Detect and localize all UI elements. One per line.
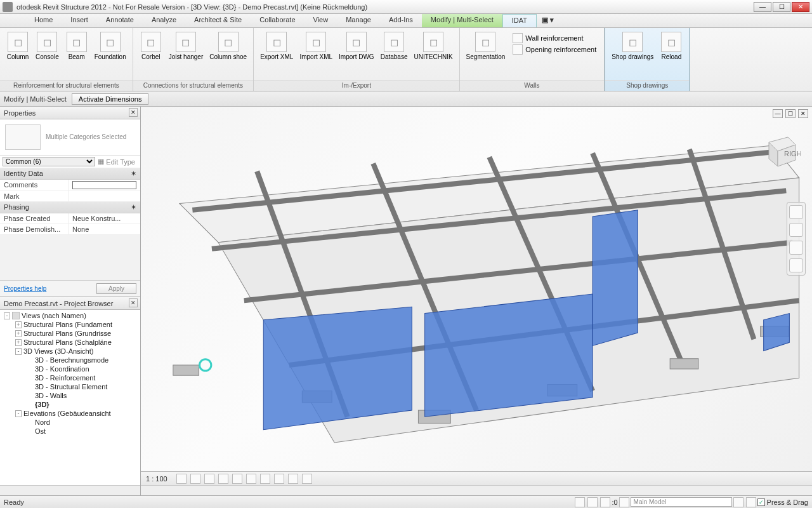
tree-twisty-icon[interactable]: + bbox=[15, 321, 22, 328]
project-browser-close-icon[interactable]: ✕ bbox=[129, 298, 138, 307]
tree-twisty-icon[interactable]: + bbox=[15, 339, 22, 346]
ribbon-column-button[interactable]: ◻Column bbox=[4, 30, 32, 62]
tree-node[interactable]: +Structural Plans (Fundament bbox=[0, 320, 140, 329]
tree-node[interactable]: 3D - Berechnungsmode bbox=[0, 356, 140, 364]
workset-combo[interactable] bbox=[631, 497, 732, 507]
nav-pan-icon[interactable] bbox=[789, 223, 803, 237]
tree-node[interactable]: +Structural Plans (Schalpläne bbox=[0, 338, 140, 347]
crop-view-icon[interactable] bbox=[246, 474, 256, 484]
nav-zoom-icon[interactable] bbox=[789, 241, 803, 255]
reveal-hidden-icon[interactable] bbox=[302, 474, 312, 484]
properties-header[interactable]: Properties ✕ bbox=[0, 107, 140, 119]
editable-only-icon[interactable] bbox=[587, 497, 598, 507]
tree-node[interactable]: -Views (nach Namen) bbox=[0, 311, 140, 320]
ribbon-database-button[interactable]: ◻Database bbox=[378, 30, 410, 62]
view-cube[interactable]: RIGHT bbox=[756, 130, 801, 174]
nav-wheel-icon[interactable] bbox=[789, 205, 803, 219]
view-close-icon[interactable]: ✕ bbox=[798, 109, 808, 118]
ribbon-beam-button[interactable]: ◻Beam bbox=[63, 30, 91, 62]
ribbon-shop-drawings-button[interactable]: ◻Shop drawings bbox=[609, 30, 656, 62]
filter-icon[interactable] bbox=[619, 497, 629, 507]
sun-path-icon[interactable] bbox=[204, 474, 214, 484]
tree-node[interactable]: Nord bbox=[0, 418, 140, 427]
ribbon-console-button[interactable]: ◻Console bbox=[33, 30, 62, 62]
tree-twisty-icon[interactable]: - bbox=[4, 312, 10, 319]
tab-annotate[interactable]: Annotate bbox=[97, 14, 143, 27]
instance-selector[interactable]: Common (6) bbox=[3, 157, 95, 166]
minimize-button[interactable]: — bbox=[754, 2, 771, 12]
view-scale[interactable]: 1 : 100 bbox=[146, 475, 167, 483]
ribbon-joist-hanger-button[interactable]: ◻Joist hanger bbox=[166, 30, 206, 62]
press-drag-toggle[interactable]: ✓ Press & Drag bbox=[757, 498, 808, 506]
prop-input[interactable] bbox=[72, 181, 136, 189]
visual-style-icon[interactable] bbox=[190, 474, 200, 484]
prop-value[interactable]: None bbox=[69, 224, 140, 234]
tab-collaborate[interactable]: Collaborate bbox=[251, 14, 304, 27]
tab-idat[interactable]: IDAT bbox=[502, 14, 537, 27]
ribbon-corbel-button[interactable]: ◻Corbel bbox=[137, 30, 165, 62]
shadows-icon[interactable] bbox=[218, 474, 228, 484]
project-browser-tree[interactable]: -Views (nach Namen)+Structural Plans (Fu… bbox=[0, 310, 140, 485]
prop-value[interactable] bbox=[69, 191, 140, 201]
tree-node[interactable]: 3D - Koordination bbox=[0, 364, 140, 373]
tree-node[interactable]: -3D Views (3D-Ansicht) bbox=[0, 347, 140, 356]
prop-group-phasing[interactable]: Phasing✶ bbox=[0, 202, 140, 213]
worksharing-icon[interactable] bbox=[575, 497, 585, 507]
crop-region-icon[interactable] bbox=[260, 474, 270, 484]
tree-node[interactable]: 3D - Structural Element bbox=[0, 382, 140, 391]
ribbon-import-xml-button[interactable]: ◻Import XML bbox=[297, 30, 335, 62]
prop-value[interactable]: Neue Konstru... bbox=[69, 213, 140, 224]
3d-viewport[interactable] bbox=[141, 107, 812, 495]
tab-home[interactable]: Home bbox=[25, 14, 62, 27]
tree-node[interactable]: 3D - Reinforcement bbox=[0, 373, 140, 382]
apply-button[interactable]: Apply bbox=[96, 283, 136, 294]
type-selector[interactable]: Multiple Categories Selected bbox=[0, 119, 140, 156]
tab-view[interactable]: View bbox=[304, 14, 337, 27]
edit-type-button[interactable]: ▦ Edit Type bbox=[95, 157, 138, 166]
lock-view-icon[interactable] bbox=[274, 474, 284, 484]
tree-twisty-icon[interactable]: + bbox=[15, 330, 22, 337]
design-options-icon[interactable] bbox=[600, 497, 610, 507]
prop-value[interactable] bbox=[69, 180, 140, 190]
tree-node[interactable]: 3D - Walls bbox=[0, 391, 140, 400]
tree-node[interactable]: Ost bbox=[0, 427, 140, 436]
active-only-icon[interactable] bbox=[733, 497, 743, 507]
properties-close-icon[interactable]: ✕ bbox=[129, 108, 138, 117]
project-browser-header[interactable]: Demo Precast.rvt - Project Browser ✕ bbox=[0, 297, 140, 310]
tree-node[interactable]: -Elevations (Gebäudeansicht bbox=[0, 409, 140, 418]
tab-add-ins[interactable]: Add-Ins bbox=[380, 14, 422, 27]
tab-architect-site[interactable]: Architect & Site bbox=[185, 14, 251, 27]
ribbon-column-shoe-button[interactable]: ◻Column shoe bbox=[207, 30, 249, 62]
view-scrollbar[interactable] bbox=[141, 485, 812, 495]
temp-hide-icon[interactable] bbox=[288, 474, 298, 484]
prop-group-identity-data[interactable]: Identity Data✶ bbox=[0, 168, 140, 180]
ribbon-wall-reinforcement-button[interactable]: Wall reinforcement bbox=[513, 33, 596, 43]
tab-overflow-icon[interactable]: ▣ ▾ bbox=[537, 14, 559, 27]
properties-help-link[interactable]: Properties help bbox=[4, 285, 46, 292]
ribbon-import-dwg-button[interactable]: ◻Import DWG bbox=[336, 30, 377, 62]
detail-level-icon[interactable] bbox=[176, 474, 187, 484]
tab-analyze[interactable]: Analyze bbox=[143, 14, 185, 27]
browser-scrollbar[interactable] bbox=[0, 485, 140, 495]
ribbon-reload-button[interactable]: ◻Reload bbox=[657, 30, 685, 62]
ribbon-segmentation-button[interactable]: ◻Segmentation bbox=[464, 30, 508, 62]
tab-manage[interactable]: Manage bbox=[337, 14, 380, 27]
ribbon-export-xml-button[interactable]: ◻Export XML bbox=[258, 30, 296, 62]
maximize-button[interactable]: ☐ bbox=[773, 2, 790, 12]
tree-twisty-icon[interactable]: - bbox=[15, 410, 22, 417]
close-button[interactable]: ✕ bbox=[792, 2, 809, 12]
tree-node[interactable]: +Structural Plans (Grundrisse bbox=[0, 329, 140, 338]
tree-twisty-icon[interactable]: - bbox=[15, 348, 22, 355]
rendering-icon[interactable] bbox=[232, 474, 242, 484]
ribbon-foundation-button[interactable]: ◻Foundation bbox=[92, 30, 129, 62]
exclude-icon[interactable] bbox=[746, 497, 756, 507]
view-restore-icon[interactable]: ☐ bbox=[785, 109, 796, 118]
tree-node[interactable]: {3D} bbox=[0, 400, 140, 409]
activate-dimensions-button[interactable]: Activate Dimensions bbox=[72, 93, 149, 105]
ribbon-opening-reinforcement-button[interactable]: Opening reinforcement bbox=[513, 44, 596, 55]
nav-orbit-icon[interactable] bbox=[789, 258, 803, 272]
tab-modify-multi-select[interactable]: Modify | Multi-Select bbox=[422, 14, 502, 27]
view-minimize-icon[interactable]: — bbox=[773, 109, 783, 118]
ribbon-unitechnik-button[interactable]: ◻UNITECHNIK bbox=[411, 30, 455, 62]
tab-insert[interactable]: Insert bbox=[62, 14, 97, 27]
